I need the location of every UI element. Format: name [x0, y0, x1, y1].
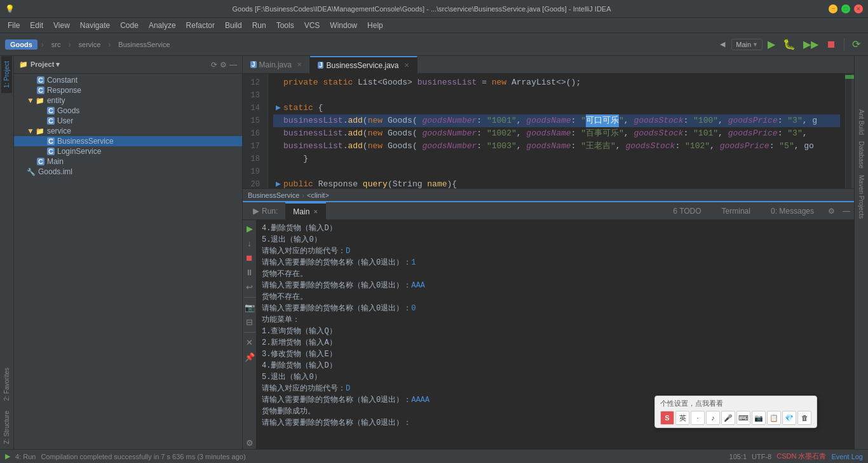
minimize-button[interactable]: －	[829, 4, 837, 13]
code-line-16: businessList.add(new Goods( goodsNumber:…	[273, 127, 840, 140]
main-tab-close[interactable]: ✕	[313, 209, 318, 215]
stop-run-icon[interactable]: ⏹	[244, 252, 255, 264]
ime-tooltip: 个性设置，点我看看	[660, 399, 811, 408]
ime-english-icon[interactable]: 英	[675, 411, 689, 425]
tree-item-businessservice[interactable]: C BusinessService	[14, 136, 242, 146]
minimize-bottom-icon[interactable]: —	[841, 205, 851, 217]
console-line: 请输入对应的功能代号：D	[262, 383, 849, 394]
console-line: 货物不存在。	[262, 268, 849, 280]
maximize-button[interactable]: □	[841, 4, 850, 13]
code-line-15: businessList.add(new Goods( goodsNumber:…	[273, 114, 840, 127]
ime-keyboard-icon[interactable]: ⌨	[736, 411, 750, 425]
ant-build-tab[interactable]: Ant Build	[857, 107, 866, 137]
breadcrumb-service[interactable]: service	[75, 39, 105, 50]
tree-item-iml[interactable]: 🔧 Goods.iml	[14, 167, 242, 177]
tab-businessservice-java[interactable]: J BusinessService.java ✕	[310, 56, 417, 73]
run-config-selector[interactable]: Main ▼	[731, 39, 763, 50]
scroll-to-end-icon[interactable]: ↓	[246, 237, 253, 249]
navigate-back-button[interactable]: ◀	[716, 38, 729, 50]
menu-item-help[interactable]: Help	[362, 20, 388, 31]
menu-item-refactor[interactable]: Refactor	[181, 20, 220, 31]
messages-tab[interactable]: 0: Messages	[763, 202, 822, 220]
menu-item-file[interactable]: File	[3, 20, 25, 31]
ime-dot-icon[interactable]: ·	[691, 411, 705, 425]
database-tab[interactable]: Database	[857, 139, 866, 171]
todo-tab[interactable]: 6 TODO	[665, 202, 709, 220]
ime-music-icon[interactable]: ♪	[706, 411, 720, 425]
menu-item-window[interactable]: Window	[325, 20, 362, 31]
main-layout: 1: Project 2: Favorites Z: Structure 📁 P…	[0, 56, 868, 449]
run-with-coverage-button[interactable]: ▶▶	[801, 37, 821, 52]
project-tab[interactable]: 1: Project	[1, 56, 12, 93]
close-button[interactable]: ✕	[854, 4, 863, 13]
terminal-tab[interactable]: Terminal	[714, 202, 758, 220]
menu-item-view[interactable]: View	[48, 20, 75, 31]
favorites-tab[interactable]: 2: Favorites	[1, 363, 12, 406]
menu-item-navigate[interactable]: Navigate	[75, 20, 115, 31]
tree-item-loginservice[interactable]: C LoginService	[14, 146, 242, 156]
app-icon: 💡	[5, 4, 15, 13]
tree-item-service[interactable]: ▼ 📁 service	[14, 126, 242, 136]
console-line: 货物不存在。	[262, 291, 849, 303]
java-c-icon: C	[47, 117, 55, 125]
tree-item-user[interactable]: C User	[14, 116, 242, 126]
tab-main-java[interactable]: J Main.java ✕	[243, 56, 310, 73]
ime-screenshot-icon[interactable]: 📷	[752, 411, 766, 425]
run-icon: ▶	[253, 206, 259, 216]
console-line: 请输入对应的功能代号：D	[262, 245, 849, 257]
run-config-dropdown-icon: ▼	[752, 41, 758, 48]
menu-item-code[interactable]: Code	[115, 20, 144, 31]
editor-tabs: J Main.java ✕ J BusinessService.java ✕	[243, 56, 854, 74]
soft-wrap-icon[interactable]: ↩	[245, 281, 254, 293]
settings-run-icon[interactable]: ⚙	[245, 437, 255, 449]
maven-projects-tab[interactable]: Maven Projects	[857, 172, 866, 221]
run-4-label[interactable]: 4: Run	[15, 453, 36, 460]
screenshot-icon[interactable]: 📷	[243, 301, 256, 314]
run-button[interactable]: ▶	[765, 37, 778, 52]
stop-button[interactable]: ⏹	[824, 38, 839, 52]
tree-item-entity[interactable]: ▼ 📁 entity	[14, 95, 242, 106]
debug-button[interactable]: 🐛	[780, 37, 798, 52]
menu-item-run[interactable]: Run	[247, 20, 271, 31]
menu-item-vcs[interactable]: VCS	[299, 20, 325, 31]
code-content[interactable]: private static List<Goods> businessList …	[268, 74, 845, 188]
pin-icon[interactable]: 📌	[243, 351, 256, 363]
breadcrumb-src[interactable]: src	[48, 39, 65, 50]
event-log-link[interactable]: Event Log	[831, 453, 863, 460]
minimize-panel-icon[interactable]: —	[229, 60, 237, 69]
project-badge[interactable]: Goods	[5, 39, 37, 50]
close-run-icon[interactable]: ✕	[245, 336, 254, 349]
pause-icon[interactable]: ⏸	[244, 266, 255, 279]
menu-item-tools[interactable]: Tools	[271, 20, 299, 31]
java-c-icon: C	[47, 137, 55, 145]
tree-item-constant[interactable]: C Constant	[14, 75, 242, 85]
menu-item-edit[interactable]: Edit	[25, 20, 48, 31]
editor-scrollbar[interactable]	[845, 74, 854, 188]
menu-item-build[interactable]: Build	[220, 20, 247, 31]
sync-panel-icon[interactable]: ⟳	[211, 60, 217, 69]
tab-close-businessservice[interactable]: ✕	[404, 62, 409, 69]
structure-tab[interactable]: Z: Structure	[1, 406, 12, 449]
menu-item-analyze[interactable]: Analyze	[144, 20, 181, 31]
left-vertical-tabs: 1: Project 2: Favorites Z: Structure	[0, 56, 14, 449]
main-run-tab[interactable]: Main ✕	[285, 202, 326, 220]
settings-bottom-icon[interactable]: ⚙	[827, 205, 836, 217]
run-label-tab[interactable]: ▶ Run:	[245, 202, 285, 220]
tab-close-main[interactable]: ✕	[297, 61, 302, 68]
tree-item-goods[interactable]: C Goods	[14, 106, 242, 116]
breadcrumb-businessservice[interactable]: BusinessService	[114, 39, 173, 50]
filter-icon[interactable]: ⊟	[245, 316, 254, 328]
sync-button[interactable]: ⟳	[850, 37, 863, 52]
main-run-tab-label: Main	[293, 207, 309, 216]
rerun-icon[interactable]: ▶	[245, 223, 254, 235]
ime-mic-icon[interactable]: 🎤	[721, 411, 735, 425]
ime-clipboard-icon[interactable]: 📋	[767, 411, 781, 425]
tree-item-response[interactable]: C Response	[14, 85, 242, 95]
code-editor[interactable]: 12 13 14 15 16 17 18 19 20 21 private st…	[243, 74, 854, 188]
ime-trash-icon[interactable]: 🗑	[797, 411, 811, 425]
ime-sougou-icon[interactable]: S	[660, 411, 674, 425]
ime-gem-icon[interactable]: 💎	[782, 411, 796, 425]
settings-panel-icon[interactable]: ⚙	[220, 60, 227, 69]
tree-item-main[interactable]: C Main	[14, 156, 242, 167]
code-line-13	[273, 89, 840, 102]
